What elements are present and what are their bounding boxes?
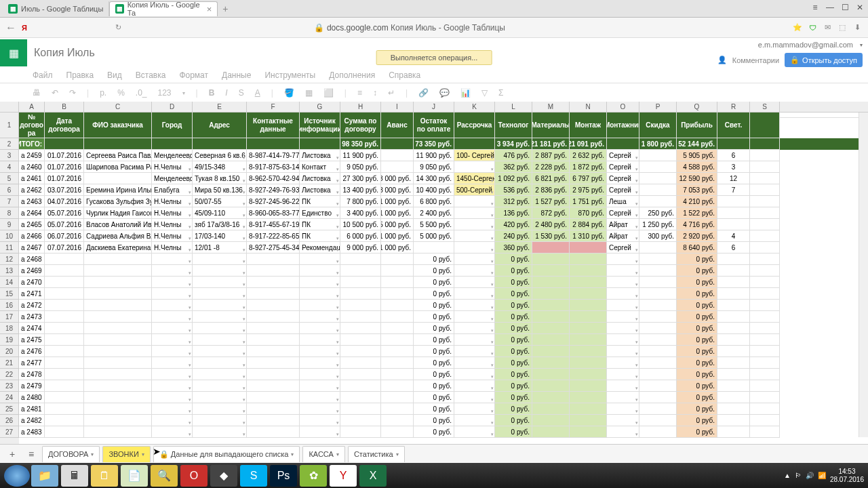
header-cell[interactable]: Монтажник bbox=[607, 113, 639, 138]
data-cell[interactable] bbox=[570, 403, 607, 415]
totals-cell[interactable] bbox=[717, 138, 750, 150]
data-cell[interactable]: 0 руб. bbox=[414, 334, 454, 346]
data-cell[interactable] bbox=[570, 242, 607, 253]
data-cell[interactable]: 0 руб. bbox=[414, 311, 454, 323]
data-cell[interactable] bbox=[639, 196, 677, 207]
data-cell[interactable] bbox=[247, 415, 300, 426]
data-cell[interactable]: 0 руб. bbox=[677, 380, 717, 392]
data-cell[interactable] bbox=[152, 415, 193, 426]
data-cell[interactable] bbox=[247, 403, 300, 415]
data-cell[interactable] bbox=[717, 369, 750, 380]
text-color-icon[interactable]: A bbox=[255, 88, 260, 98]
data-cell[interactable]: 2 480 руб. bbox=[532, 219, 570, 230]
data-cell[interactable]: 0 руб. bbox=[677, 277, 717, 288]
data-cell[interactable] bbox=[607, 323, 639, 334]
document-title[interactable]: Копия Июль bbox=[34, 47, 95, 59]
data-cell[interactable]: а 2480 bbox=[19, 392, 45, 403]
data-cell[interactable]: 2 632 руб. bbox=[570, 150, 607, 161]
data-cell[interactable]: 0 руб. bbox=[414, 392, 454, 403]
data-cell[interactable] bbox=[454, 277, 495, 288]
data-cell[interactable]: 1 872 руб. bbox=[570, 161, 607, 173]
data-cell[interactable] bbox=[570, 346, 607, 357]
data-cell[interactable] bbox=[381, 300, 414, 311]
data-cell[interactable] bbox=[247, 300, 300, 311]
data-cell[interactable]: Контакт bbox=[300, 161, 340, 173]
data-cell[interactable] bbox=[193, 277, 247, 288]
menu-icon[interactable]: ≡ bbox=[810, 3, 821, 12]
header-cell[interactable]: ФИО заказчика bbox=[84, 113, 152, 138]
excel-icon[interactable]: X bbox=[359, 465, 387, 487]
sheet-tab-3[interactable]: КАССА ▾ bbox=[302, 446, 345, 462]
data-cell[interactable]: 4 210 руб. bbox=[677, 196, 717, 207]
column-header-B[interactable]: B bbox=[45, 102, 84, 112]
data-cell[interactable] bbox=[45, 392, 84, 403]
column-header-P[interactable]: P bbox=[639, 102, 677, 112]
data-cell[interactable] bbox=[639, 173, 677, 184]
data-cell[interactable]: а 2483 bbox=[19, 426, 45, 438]
data-cell[interactable] bbox=[247, 369, 300, 380]
header-cell[interactable]: Дата договора bbox=[45, 113, 84, 138]
data-cell[interactable] bbox=[532, 288, 570, 300]
data-cell[interactable] bbox=[532, 334, 570, 346]
italic-icon[interactable]: I bbox=[225, 88, 227, 98]
data-cell[interactable] bbox=[570, 357, 607, 369]
data-cell[interactable] bbox=[750, 150, 780, 161]
bold-icon[interactable]: B bbox=[209, 88, 215, 98]
data-cell[interactable]: 0 руб. bbox=[414, 357, 454, 369]
data-cell[interactable]: 0 руб. bbox=[414, 265, 454, 277]
data-cell[interactable] bbox=[84, 334, 152, 346]
row-header-23[interactable]: 23 bbox=[0, 380, 19, 392]
data-cell[interactable] bbox=[607, 334, 639, 346]
column-header-Q[interactable]: Q bbox=[677, 102, 717, 112]
data-cell[interactable]: 360 руб. bbox=[495, 242, 532, 253]
sheet-tab-0[interactable]: ДОГОВОРА ▾ bbox=[42, 446, 100, 462]
row-header-2[interactable]: 2 bbox=[0, 138, 19, 150]
data-cell[interactable]: 0 руб. bbox=[414, 288, 454, 300]
data-cell[interactable] bbox=[750, 311, 780, 323]
data-cell[interactable]: 0 руб. bbox=[677, 369, 717, 380]
data-cell[interactable] bbox=[750, 173, 780, 184]
data-cell[interactable] bbox=[607, 311, 639, 323]
comments-button[interactable]: Комментарии bbox=[732, 56, 779, 64]
data-cell[interactable] bbox=[381, 426, 414, 438]
data-cell[interactable] bbox=[84, 346, 152, 357]
menu-help[interactable]: Справка bbox=[389, 70, 420, 80]
data-cell[interactable] bbox=[381, 369, 414, 380]
data-cell[interactable] bbox=[45, 369, 84, 380]
sheet-tab-1[interactable]: ЗВОНКИ ▾ bbox=[102, 446, 150, 462]
data-cell[interactable]: 9 000 руб. bbox=[340, 242, 381, 253]
data-cell[interactable] bbox=[607, 403, 639, 415]
data-cell[interactable] bbox=[300, 346, 340, 357]
data-cell[interactable]: Леша bbox=[607, 196, 639, 207]
clock[interactable]: 14:53 28.07.2016 bbox=[830, 468, 864, 484]
data-cell[interactable]: 05.07.2016 bbox=[45, 219, 84, 230]
header-cell[interactable]: Сумма по договору bbox=[340, 113, 381, 138]
data-cell[interactable] bbox=[152, 300, 193, 311]
data-cell[interactable] bbox=[300, 277, 340, 288]
data-cell[interactable]: 0 руб. bbox=[677, 323, 717, 334]
data-cell[interactable]: 0 руб. bbox=[495, 253, 532, 265]
data-cell[interactable]: Н.Челны bbox=[152, 207, 193, 219]
data-cell[interactable] bbox=[340, 346, 381, 357]
data-cell[interactable] bbox=[300, 392, 340, 403]
data-cell[interactable] bbox=[247, 346, 300, 357]
column-header-H[interactable]: H bbox=[340, 102, 381, 112]
notes-icon[interactable]: 🗒 bbox=[91, 465, 118, 487]
data-cell[interactable]: Айрат bbox=[607, 230, 639, 242]
data-cell[interactable] bbox=[532, 415, 570, 426]
data-cell[interactable]: зяб 17а/3/8-16 bbox=[193, 219, 247, 230]
data-cell[interactable] bbox=[340, 380, 381, 392]
data-cell[interactable] bbox=[532, 369, 570, 380]
data-cell[interactable] bbox=[717, 265, 750, 277]
data-cell[interactable] bbox=[152, 277, 193, 288]
data-cell[interactable] bbox=[454, 357, 495, 369]
column-header-N[interactable]: N bbox=[570, 102, 607, 112]
data-cell[interactable] bbox=[532, 311, 570, 323]
data-cell[interactable]: 0 руб. bbox=[495, 334, 532, 346]
data-cell[interactable]: 8-917-875-63-14 bbox=[247, 161, 300, 173]
row-header-13[interactable]: 13 bbox=[0, 265, 19, 277]
data-cell[interactable]: 0 руб. bbox=[414, 253, 454, 265]
data-cell[interactable] bbox=[639, 161, 677, 173]
data-cell[interactable] bbox=[193, 426, 247, 438]
app-icon[interactable]: ◆ bbox=[210, 465, 237, 487]
